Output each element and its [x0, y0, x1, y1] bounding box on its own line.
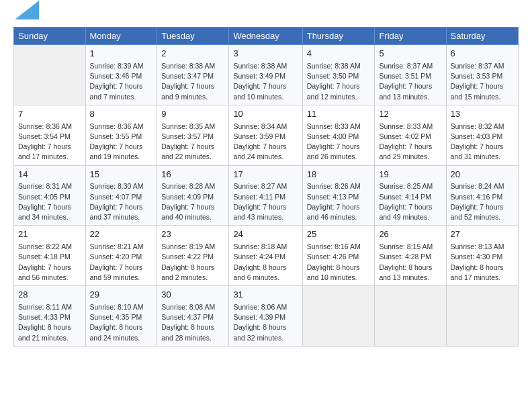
calendar-cell: 11Sunrise: 8:33 AM Sunset: 4:00 PM Dayli…: [302, 105, 375, 165]
day-number: 5: [379, 48, 441, 60]
weekday-header-sunday: Sunday: [14, 28, 86, 45]
cell-content: Sunrise: 8:15 AM Sunset: 4:28 PM Dayligh…: [379, 242, 441, 283]
cell-content: Sunrise: 8:06 AM Sunset: 4:39 PM Dayligh…: [233, 302, 298, 343]
cell-content: Sunrise: 8:38 AM Sunset: 3:47 PM Dayligh…: [161, 61, 224, 102]
calendar-cell: 3Sunrise: 8:38 AM Sunset: 3:49 PM Daylig…: [229, 45, 302, 105]
day-number: 25: [307, 228, 371, 241]
day-number: 10: [233, 108, 298, 121]
cell-content: Sunrise: 8:16 AM Sunset: 4:26 PM Dayligh…: [307, 242, 371, 283]
cell-content: Sunrise: 8:33 AM Sunset: 4:00 PM Dayligh…: [307, 122, 371, 163]
calendar-cell: 27Sunrise: 8:13 AM Sunset: 4:30 PM Dayli…: [446, 226, 519, 286]
day-number: 9: [161, 108, 224, 121]
calendar-cell: 30Sunrise: 8:08 AM Sunset: 4:37 PM Dayli…: [157, 286, 229, 347]
calendar-week-row: 28Sunrise: 8:11 AM Sunset: 4:33 PM Dayli…: [14, 286, 519, 347]
day-number: 6: [451, 48, 515, 60]
cell-content: Sunrise: 8:25 AM Sunset: 4:14 PM Dayligh…: [379, 181, 441, 222]
day-number: 28: [18, 289, 81, 302]
calendar-cell: 12Sunrise: 8:33 AM Sunset: 4:02 PM Dayli…: [375, 105, 446, 165]
cell-content: Sunrise: 8:36 AM Sunset: 3:54 PM Dayligh…: [18, 122, 81, 163]
calendar-cell: 4Sunrise: 8:38 AM Sunset: 3:50 PM Daylig…: [302, 45, 375, 105]
day-number: 8: [90, 108, 153, 121]
cell-content: Sunrise: 8:39 AM Sunset: 3:46 PM Dayligh…: [90, 61, 153, 102]
calendar-cell: 18Sunrise: 8:26 AM Sunset: 4:13 PM Dayli…: [302, 165, 375, 226]
calendar-cell: 14Sunrise: 8:31 AM Sunset: 4:05 PM Dayli…: [14, 165, 86, 226]
cell-content: Sunrise: 8:37 AM Sunset: 3:51 PM Dayligh…: [379, 61, 441, 102]
day-number: 7: [18, 108, 81, 121]
cell-content: Sunrise: 8:11 AM Sunset: 4:33 PM Dayligh…: [18, 302, 81, 343]
calendar-cell: 31Sunrise: 8:06 AM Sunset: 4:39 PM Dayli…: [229, 286, 302, 347]
weekday-header-tuesday: Tuesday: [157, 28, 229, 45]
day-number: 17: [233, 169, 298, 181]
cell-content: Sunrise: 8:28 AM Sunset: 4:09 PM Dayligh…: [161, 181, 224, 222]
calendar-cell: 20Sunrise: 8:24 AM Sunset: 4:16 PM Dayli…: [446, 165, 519, 226]
logo: [13, 7, 39, 23]
cell-content: Sunrise: 8:08 AM Sunset: 4:37 PM Dayligh…: [161, 302, 224, 343]
cell-content: Sunrise: 8:34 AM Sunset: 3:59 PM Dayligh…: [233, 122, 298, 163]
calendar-cell: 19Sunrise: 8:25 AM Sunset: 4:14 PM Dayli…: [375, 165, 446, 226]
calendar-week-row: 14Sunrise: 8:31 AM Sunset: 4:05 PM Dayli…: [14, 165, 519, 226]
calendar-cell: 5Sunrise: 8:37 AM Sunset: 3:51 PM Daylig…: [375, 45, 446, 105]
calendar-cell: 28Sunrise: 8:11 AM Sunset: 4:33 PM Dayli…: [14, 286, 86, 347]
day-number: 15: [90, 169, 153, 181]
calendar-cell: 17Sunrise: 8:27 AM Sunset: 4:11 PM Dayli…: [229, 165, 302, 226]
calendar-cell: 29Sunrise: 8:10 AM Sunset: 4:35 PM Dayli…: [85, 286, 157, 347]
calendar-week-row: 1Sunrise: 8:39 AM Sunset: 3:46 PM Daylig…: [14, 45, 519, 105]
calendar-cell: [446, 286, 519, 347]
calendar-cell: [14, 45, 86, 105]
cell-content: Sunrise: 8:13 AM Sunset: 4:30 PM Dayligh…: [451, 242, 515, 283]
weekday-header-saturday: Saturday: [446, 28, 519, 45]
calendar-cell: 1Sunrise: 8:39 AM Sunset: 3:46 PM Daylig…: [85, 45, 157, 105]
weekday-header-monday: Monday: [85, 28, 157, 45]
calendar-cell: 6Sunrise: 8:37 AM Sunset: 3:53 PM Daylig…: [446, 45, 519, 105]
calendar-cell: 7Sunrise: 8:36 AM Sunset: 3:54 PM Daylig…: [14, 105, 86, 165]
day-number: 24: [233, 228, 298, 241]
cell-content: Sunrise: 8:19 AM Sunset: 4:22 PM Dayligh…: [161, 242, 224, 283]
day-number: 18: [307, 169, 371, 181]
day-number: 13: [451, 108, 515, 121]
day-number: 16: [161, 169, 224, 181]
day-number: 27: [451, 228, 515, 241]
cell-content: Sunrise: 8:24 AM Sunset: 4:16 PM Dayligh…: [451, 181, 515, 222]
cell-content: Sunrise: 8:22 AM Sunset: 4:18 PM Dayligh…: [18, 242, 81, 283]
cell-content: Sunrise: 8:32 AM Sunset: 4:03 PM Dayligh…: [451, 122, 515, 163]
day-number: 20: [451, 169, 515, 181]
calendar-cell: 13Sunrise: 8:32 AM Sunset: 4:03 PM Dayli…: [446, 105, 519, 165]
cell-content: Sunrise: 8:37 AM Sunset: 3:53 PM Dayligh…: [451, 61, 515, 102]
day-number: 11: [307, 108, 371, 121]
cell-content: Sunrise: 8:31 AM Sunset: 4:05 PM Dayligh…: [18, 181, 81, 222]
calendar-cell: 2Sunrise: 8:38 AM Sunset: 3:47 PM Daylig…: [157, 45, 229, 105]
calendar-cell: 16Sunrise: 8:28 AM Sunset: 4:09 PM Dayli…: [157, 165, 229, 226]
cell-content: Sunrise: 8:18 AM Sunset: 4:24 PM Dayligh…: [233, 242, 298, 283]
calendar-cell: 24Sunrise: 8:18 AM Sunset: 4:24 PM Dayli…: [229, 226, 302, 286]
day-number: 26: [379, 228, 441, 241]
day-number: 4: [307, 48, 371, 60]
cell-content: Sunrise: 8:33 AM Sunset: 4:02 PM Dayligh…: [379, 122, 441, 163]
cell-content: Sunrise: 8:30 AM Sunset: 4:07 PM Dayligh…: [90, 181, 153, 222]
calendar-cell: 25Sunrise: 8:16 AM Sunset: 4:26 PM Dayli…: [302, 226, 375, 286]
cell-content: Sunrise: 8:21 AM Sunset: 4:20 PM Dayligh…: [90, 242, 153, 283]
calendar-cell: 23Sunrise: 8:19 AM Sunset: 4:22 PM Dayli…: [157, 226, 229, 286]
day-number: 21: [18, 228, 81, 241]
day-number: 19: [379, 169, 441, 181]
calendar-week-row: 7Sunrise: 8:36 AM Sunset: 3:54 PM Daylig…: [14, 105, 519, 165]
cell-content: Sunrise: 8:35 AM Sunset: 3:57 PM Dayligh…: [161, 122, 224, 163]
cell-content: Sunrise: 8:26 AM Sunset: 4:13 PM Dayligh…: [307, 181, 371, 222]
cell-content: Sunrise: 8:10 AM Sunset: 4:35 PM Dayligh…: [90, 302, 153, 343]
calendar-cell: 15Sunrise: 8:30 AM Sunset: 4:07 PM Dayli…: [85, 165, 157, 226]
weekday-header-friday: Friday: [375, 28, 446, 45]
cell-content: Sunrise: 8:38 AM Sunset: 3:50 PM Dayligh…: [307, 61, 371, 102]
day-number: 30: [161, 289, 224, 302]
weekday-header-row: SundayMondayTuesdayWednesdayThursdayFrid…: [14, 28, 519, 45]
calendar-cell: [375, 286, 446, 347]
svg-marker-0: [15, 1, 39, 19]
day-number: 3: [233, 48, 298, 60]
day-number: 29: [90, 289, 153, 302]
calendar-cell: 10Sunrise: 8:34 AM Sunset: 3:59 PM Dayli…: [229, 105, 302, 165]
day-number: 14: [18, 169, 81, 181]
day-number: 12: [379, 108, 441, 121]
logo-icon: [15, 1, 39, 19]
cell-content: Sunrise: 8:36 AM Sunset: 3:55 PM Dayligh…: [90, 122, 153, 163]
calendar-cell: 21Sunrise: 8:22 AM Sunset: 4:18 PM Dayli…: [14, 226, 86, 286]
calendar-cell: 26Sunrise: 8:15 AM Sunset: 4:28 PM Dayli…: [375, 226, 446, 286]
calendar-week-row: 21Sunrise: 8:22 AM Sunset: 4:18 PM Dayli…: [14, 226, 519, 286]
